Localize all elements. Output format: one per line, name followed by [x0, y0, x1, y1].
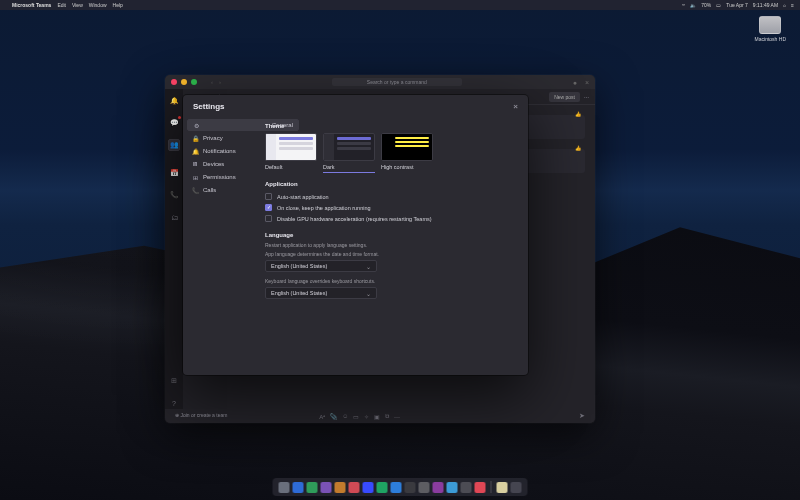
theme-option-high-contrast[interactable]: High contrast: [381, 133, 433, 173]
menubar-item-help[interactable]: Help: [113, 2, 123, 8]
rail-chat[interactable]: 💬: [168, 117, 180, 129]
battery-percent: 70%: [701, 2, 711, 8]
theme-preview-dark: [323, 133, 375, 161]
dock-item[interactable]: [321, 482, 332, 493]
sticker-icon[interactable]: ✧: [364, 413, 369, 420]
bell-icon: 🔔: [192, 148, 198, 155]
dock-item[interactable]: [497, 482, 508, 493]
settings-nav: ⚙General 🔒Privacy 🔔Notifications 🖥Device…: [183, 117, 257, 375]
channel-more-icon[interactable]: ⋯: [584, 94, 589, 100]
emoji-icon[interactable]: ☺: [342, 413, 348, 420]
dock-item[interactable]: [391, 482, 402, 493]
language-heading: Language: [265, 232, 518, 238]
menubar-item-window[interactable]: Window: [89, 2, 107, 8]
dock-item[interactable]: [419, 482, 430, 493]
rail-teams[interactable]: 👥: [168, 139, 180, 151]
attach-icon[interactable]: 📎: [330, 413, 337, 420]
rail-help[interactable]: ?: [168, 397, 180, 409]
dock-item[interactable]: [461, 482, 472, 493]
meet-icon[interactable]: ▣: [374, 413, 380, 420]
traffic-light-close[interactable]: [171, 79, 177, 85]
traffic-light-zoom[interactable]: [191, 79, 197, 85]
macos-dock: [273, 478, 528, 496]
traffic-light-minimize[interactable]: [181, 79, 187, 85]
settings-nav-privacy[interactable]: 🔒Privacy: [187, 132, 253, 144]
dock-item[interactable]: [293, 482, 304, 493]
dock-item[interactable]: [307, 482, 318, 493]
settings-nav-devices[interactable]: 🖥Devices: [187, 158, 253, 170]
app-rail: 🔔 💬 👥 📅 📞 🗂 ⊞ ?: [165, 89, 183, 409]
rail-activity[interactable]: 🔔: [168, 95, 180, 107]
wifi-icon[interactable]: ⌔: [682, 2, 685, 8]
phone-icon: 📞: [192, 187, 198, 194]
app-language-hint: App language determines the date and tim…: [265, 251, 518, 257]
checkbox-auto-start[interactable]: Auto-start application: [265, 191, 518, 202]
checkbox-icon: [265, 193, 272, 200]
send-icon[interactable]: ➤: [579, 412, 585, 420]
dock-item[interactable]: [475, 482, 486, 493]
rail-calls[interactable]: 📞: [168, 189, 180, 201]
battery-icon[interactable]: ▭: [716, 2, 721, 8]
checkbox-disable-gpu[interactable]: Disable GPU hardware acceleration (requi…: [265, 213, 518, 224]
join-create-team[interactable]: ⊕ Join or create a team: [175, 412, 227, 420]
desktop-volume-icon[interactable]: Macintosh HD: [755, 16, 786, 42]
gif-icon[interactable]: ▭: [353, 413, 359, 420]
dock-item[interactable]: [447, 482, 458, 493]
bell-icon: 🔔: [170, 97, 179, 105]
close-icon[interactable]: ×: [513, 102, 518, 111]
desktop-volume-label: Macintosh HD: [755, 36, 786, 42]
more-compose-icon[interactable]: ⋯: [394, 413, 400, 420]
rail-calendar[interactable]: 📅: [168, 167, 180, 179]
dock-separator: [491, 481, 492, 493]
menu-extra-icon[interactable]: ≡: [791, 2, 794, 8]
stream-icon[interactable]: ⧉: [385, 413, 389, 420]
search-icon[interactable]: ⌕: [783, 2, 786, 8]
dock-item[interactable]: [377, 482, 388, 493]
menubar-app-name[interactable]: Microsoft Teams: [12, 2, 51, 8]
window-titlebar: ‹ › Search or type a command ● ×: [165, 75, 595, 89]
command-search-input[interactable]: Search or type a command: [332, 78, 462, 86]
menubar-time[interactable]: 9:11:49 AM: [753, 2, 778, 8]
menubar-item-view[interactable]: View: [72, 2, 83, 8]
chevron-down-icon: ⌄: [366, 263, 371, 270]
dock-item[interactable]: [349, 482, 360, 493]
dock-item[interactable]: [405, 482, 416, 493]
dock-item[interactable]: [433, 482, 444, 493]
profile-avatar[interactable]: ●: [573, 79, 577, 86]
theme-preview-default: [265, 133, 317, 161]
settings-nav-calls[interactable]: 📞Calls: [187, 184, 253, 196]
dock-trash[interactable]: [511, 482, 522, 493]
rail-files[interactable]: 🗂: [168, 211, 180, 223]
settings-nav-permissions[interactable]: ⊞Permissions: [187, 171, 253, 183]
dock-item[interactable]: [279, 482, 290, 493]
menubar-date[interactable]: Tue Apr 7: [726, 2, 748, 8]
rail-apps[interactable]: ⊞: [168, 375, 180, 387]
theme-option-dark[interactable]: Dark: [323, 133, 375, 173]
checkbox-icon: [265, 215, 272, 222]
calendar-icon: 📅: [170, 169, 179, 177]
thumbs-up-icon[interactable]: 👍: [575, 111, 581, 117]
format-icon[interactable]: Aᵃ: [319, 413, 325, 420]
keyboard-language-hint: Keyboard language overrides keyboard sho…: [265, 278, 518, 284]
app-language-select[interactable]: English (United States) ⌄: [265, 260, 377, 272]
dock-item[interactable]: [363, 482, 374, 493]
chat-icon: 💬: [170, 119, 179, 127]
new-post-button[interactable]: New post: [549, 92, 580, 102]
thumbs-up-icon[interactable]: 👍: [575, 145, 581, 151]
macos-menubar: Microsoft Teams Edit View Window Help ⌔ …: [0, 0, 800, 10]
nav-forward-icon[interactable]: ›: [219, 79, 221, 85]
theme-option-default[interactable]: Default: [265, 133, 317, 173]
window-close-icon[interactable]: ×: [585, 79, 589, 86]
theme-heading: Theme: [265, 123, 518, 129]
hard-drive-icon: [759, 16, 781, 34]
nav-back-icon[interactable]: ‹: [211, 79, 213, 85]
checkbox-keep-running[interactable]: On close, keep the application running: [265, 202, 518, 213]
gear-icon: ⚙: [193, 122, 199, 129]
application-heading: Application: [265, 181, 518, 187]
menubar-item-edit[interactable]: Edit: [57, 2, 66, 8]
keyboard-language-select[interactable]: English (United States) ⌄: [265, 287, 377, 299]
checkbox-icon: [265, 204, 272, 211]
volume-icon[interactable]: 🔈: [690, 2, 696, 8]
settings-nav-notifications[interactable]: 🔔Notifications: [187, 145, 253, 157]
dock-item[interactable]: [335, 482, 346, 493]
